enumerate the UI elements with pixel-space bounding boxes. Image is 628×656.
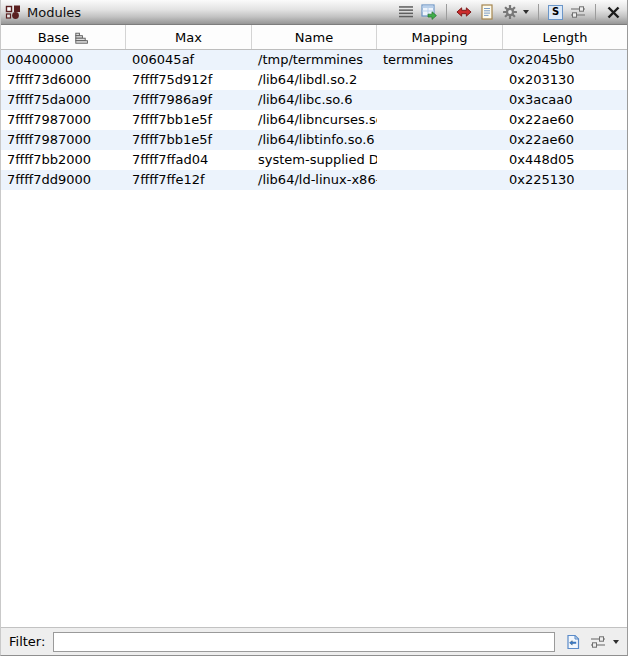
gear-dropdown-arrow[interactable] [523,10,529,14]
cell-max[interactable]: 7ffff7ffad04 [126,150,252,170]
cell-max[interactable]: 7ffff7bb1e5f [126,130,252,150]
table-header: Base Max Name Mapping Length [1,25,627,50]
cell-base[interactable]: 00400000 [1,50,126,70]
cell-name[interactable]: /tmp/termmines [252,50,377,70]
document-icon[interactable] [479,4,495,20]
cell-max[interactable]: 7ffff75d912f [126,70,252,90]
toolbar-separator [538,4,539,20]
cell-mapping[interactable] [377,170,503,190]
cell-name[interactable]: /lib64/ld-linux-x86-6 [252,170,377,190]
cell-length[interactable]: 0x448d05 [503,150,627,170]
cell-base[interactable]: 7ffff7bb2000 [1,150,126,170]
column-header-length[interactable]: Length [503,25,627,49]
filter-options-icon[interactable] [590,634,606,650]
filter-bar-icons [563,634,621,650]
cell-base[interactable]: 7ffff7dd9000 [1,170,126,190]
cell-mapping[interactable] [377,130,503,150]
cell-length[interactable]: 0x22ae60 [503,130,627,150]
cell-max[interactable]: 006045af [126,50,252,70]
toolbar-separator [595,4,596,20]
table-body: 00400000006045af/tmp/termminestermmines0… [1,50,627,627]
modules-window-icon [5,4,21,20]
table-row[interactable]: 7ffff73d60007ffff75d912f/lib64/libdl.so.… [1,70,627,90]
cell-max[interactable]: 7ffff7bb1e5f [126,110,252,130]
table-row[interactable]: 00400000006045af/tmp/termminestermmines0… [1,50,627,70]
column-header-max[interactable]: Max [126,25,252,49]
toolbar-separator [446,4,447,20]
cell-base[interactable]: 7ffff7987000 [1,130,126,150]
modules-window: Modules [0,0,628,656]
cell-mapping[interactable] [377,70,503,90]
column-header-mapping[interactable]: Mapping [377,25,503,49]
cell-mapping[interactable] [377,150,503,170]
titlebar[interactable]: Modules [1,0,627,25]
gear-icon[interactable] [502,4,518,20]
sync-s-icon[interactable]: S [548,5,563,20]
cell-base[interactable]: 7ffff73d6000 [1,70,126,90]
create-column-filter-icon[interactable] [565,634,581,650]
cell-name[interactable]: /lib64/libncurses.so [252,110,377,130]
cell-length[interactable]: 0x2045b0 [503,50,627,70]
configure-columns-icon[interactable] [570,4,586,20]
cell-length[interactable]: 0x3acaa0 [503,90,627,110]
sort-ascending-icon [75,31,88,44]
filter-label: Filter: [9,634,45,649]
column-header-name[interactable]: Name [252,25,377,49]
cell-mapping[interactable] [377,90,503,110]
cell-name[interactable]: system-supplied DS [252,150,377,170]
cell-name[interactable]: /lib64/libtinfo.so.6 [252,130,377,150]
filter-bar: Filter: [1,627,627,655]
table-row[interactable]: 7ffff7bb20007ffff7ffad04system-supplied … [1,150,627,170]
window-title: Modules [27,5,81,20]
cell-length[interactable]: 0x225130 [503,170,627,190]
cell-mapping[interactable]: termmines [377,50,503,70]
cell-length[interactable]: 0x22ae60 [503,110,627,130]
table-row[interactable]: 7ffff7dd90007ffff7ffe12f/lib64/ld-linux-… [1,170,627,190]
column-header-base[interactable]: Base [1,25,126,49]
cell-mapping[interactable] [377,110,503,130]
cell-name[interactable]: /lib64/libdl.so.2 [252,70,377,90]
cell-max[interactable]: 7ffff7986a9f [126,90,252,110]
cell-max[interactable]: 7ffff7ffe12f [126,170,252,190]
table-row[interactable]: 7ffff79870007ffff7bb1e5f/lib64/libtinfo.… [1,130,627,150]
cell-length[interactable]: 0x203130 [503,70,627,90]
close-icon[interactable] [605,4,621,20]
filter-options-dropdown-arrow[interactable] [613,640,619,644]
cell-base[interactable]: 7ffff75da000 [1,90,126,110]
map-module-to-program-icon[interactable] [421,4,437,20]
cell-base[interactable]: 7ffff7987000 [1,110,126,130]
align-lines-icon[interactable] [398,4,414,20]
table-row[interactable]: 7ffff75da0007ffff7986a9f/lib64/libc.so.6… [1,90,627,110]
titlebar-toolbar: S [398,4,623,20]
map-identically-icon[interactable] [456,4,472,20]
table-row[interactable]: 7ffff79870007ffff7bb1e5f/lib64/libncurse… [1,110,627,130]
cell-name[interactable]: /lib64/libc.so.6 [252,90,377,110]
filter-input[interactable] [53,632,555,652]
